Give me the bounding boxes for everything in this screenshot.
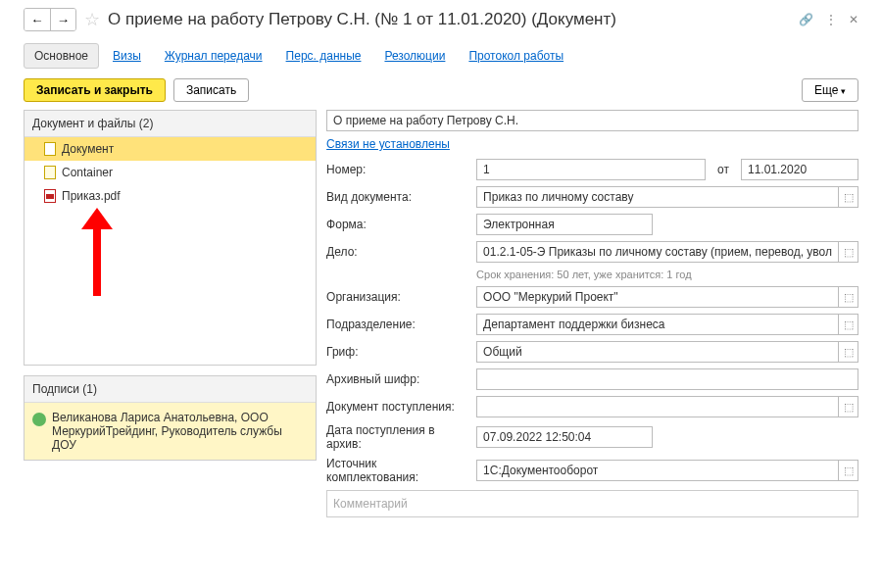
signatures-panel: Подписи (1) Великанова Лариса Анатольевн… <box>24 375 317 461</box>
form-area: О приеме на работу Петрову С.Н. Связи не… <box>326 110 858 517</box>
lbl-kind: Вид документа: <box>326 190 468 204</box>
signature-row[interactable]: Великанова Лариса Анатольевна, ООО Мерку… <box>24 403 316 460</box>
link-icon[interactable]: 🔗 <box>799 13 813 26</box>
toolbar: Записать и закрыть Записать Еще <box>24 78 858 102</box>
tab-journal[interactable]: Журнал передачи <box>155 44 272 68</box>
menu-dots-icon[interactable]: ⋮ <box>825 13 837 26</box>
lbl-arch: Архивный шифр: <box>326 372 468 386</box>
lbl-case: Дело: <box>326 245 468 259</box>
save-button[interactable]: Записать <box>173 78 249 102</box>
arch-field[interactable] <box>476 368 858 390</box>
tab-pers[interactable]: Перс. данные <box>276 44 371 68</box>
lbl-from: от <box>713 163 733 176</box>
org-field[interactable]: ООО "Меркурий Проект" <box>476 286 839 308</box>
kind-open-icon[interactable]: ⬚ <box>839 186 858 208</box>
number-field[interactable]: 1 <box>476 159 706 180</box>
form-field[interactable]: Электронная <box>476 214 653 235</box>
tab-visas[interactable]: Визы <box>103 44 151 68</box>
case-open-icon[interactable]: ⬚ <box>839 241 858 263</box>
dept-field[interactable]: Департамент поддержки бизнеса <box>476 314 839 335</box>
tree-item-label: Container <box>62 166 113 179</box>
grif-open-icon[interactable]: ⬚ <box>839 341 858 363</box>
date-field[interactable]: 11.01.2020 <box>741 159 858 180</box>
tree-item-document[interactable]: Документ <box>24 137 316 161</box>
lbl-number: Номер: <box>326 163 468 176</box>
nav-buttons: ← → <box>24 8 76 31</box>
tree-item-pdf[interactable]: Приказ.pdf <box>24 184 316 208</box>
datein-field[interactable]: 07.09.2022 12:50:04 <box>476 426 653 448</box>
header: ← → ☆ О приеме на работу Петрову С.Н. (№… <box>24 8 858 31</box>
more-button[interactable]: Еще <box>802 78 858 102</box>
lbl-source: Источник комплектования: <box>326 457 468 484</box>
signature-ok-icon <box>32 413 46 426</box>
docin-field[interactable] <box>476 396 839 417</box>
page-title: О приеме на работу Петрову С.Н. (№ 1 от … <box>108 10 791 29</box>
container-icon <box>44 166 56 179</box>
source-open-icon[interactable]: ⬚ <box>839 460 858 481</box>
dept-open-icon[interactable]: ⬚ <box>839 314 858 335</box>
comment-field[interactable]: Комментарий <box>326 490 858 517</box>
docin-open-icon[interactable]: ⬚ <box>839 396 858 417</box>
kind-field[interactable]: Приказ по личному составу <box>476 186 839 208</box>
forward-button[interactable]: → <box>50 9 75 30</box>
lbl-datein: Дата поступления в архив: <box>326 423 468 451</box>
lbl-dept: Подразделение: <box>326 318 468 331</box>
pdf-icon <box>44 189 56 203</box>
favorite-star-icon[interactable]: ☆ <box>84 9 100 30</box>
doc-title-field[interactable]: О приеме на работу Петрову С.Н. <box>326 110 858 131</box>
lbl-form: Форма: <box>326 218 468 231</box>
case-field[interactable]: 01.2.1-05-Э Приказы по личному составу (… <box>476 241 839 263</box>
files-panel-title: Документ и файлы (2) <box>24 111 316 137</box>
tabs: Основное Визы Журнал передачи Перс. данн… <box>24 43 858 69</box>
close-icon[interactable]: ✕ <box>849 13 858 26</box>
tab-resol[interactable]: Резолюции <box>374 44 455 68</box>
back-button[interactable]: ← <box>24 9 50 30</box>
storage-hint: Срок хранения: 50 лет, уже хранится: 1 г… <box>476 269 858 280</box>
tab-main[interactable]: Основное <box>24 43 99 69</box>
tree-item-label: Документ <box>62 142 114 156</box>
document-icon <box>44 142 56 156</box>
links-link[interactable]: Связи не установлены <box>326 137 858 151</box>
lbl-docin: Документ поступления: <box>326 400 468 414</box>
tree-item-container[interactable]: Container <box>24 161 316 184</box>
source-field[interactable]: 1С:Документооборот <box>476 460 839 481</box>
grif-field[interactable]: Общий <box>476 341 839 363</box>
org-open-icon[interactable]: ⬚ <box>839 286 858 308</box>
lbl-grif: Гриф: <box>326 345 468 359</box>
tab-protocol[interactable]: Протокол работы <box>459 44 573 68</box>
tree-item-label: Приказ.pdf <box>62 189 121 203</box>
lbl-org: Организация: <box>326 290 468 304</box>
save-close-button[interactable]: Записать и закрыть <box>24 78 166 102</box>
annotation-arrow <box>24 208 316 365</box>
signature-text: Великанова Лариса Анатольевна, ООО Мерку… <box>52 411 308 452</box>
signatures-title: Подписи (1) <box>24 376 316 403</box>
files-panel: Документ и файлы (2) Документ Container … <box>24 110 317 366</box>
